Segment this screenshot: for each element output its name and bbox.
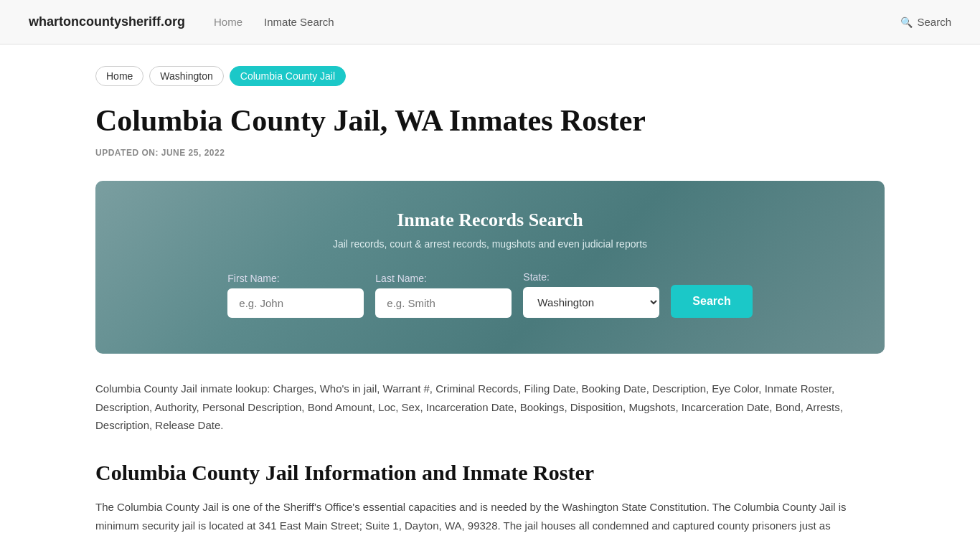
search-panel-subtitle: Jail records, court & arrest records, mu… — [131, 238, 849, 250]
navbar: whartoncountysheriff.org Home Inmate Sea… — [0, 0, 980, 44]
last-name-label: Last Name: — [375, 273, 427, 284]
body-text: Columbia County Jail inmate lookup: Char… — [95, 380, 885, 435]
navbar-brand[interactable]: whartoncountysheriff.org — [29, 14, 185, 29]
state-group: State: AlabamaAlaskaArizonaArkansasCalif… — [523, 271, 659, 318]
page-title: Columbia County Jail, WA Inmates Roster — [95, 103, 885, 138]
first-name-group: First Name: — [227, 273, 364, 318]
last-name-input[interactable] — [375, 288, 512, 318]
search-panel: Inmate Records Search Jail records, cour… — [95, 181, 885, 354]
nav-link-home[interactable]: Home — [214, 16, 242, 28]
section-text: The Columbia County Jail is one of the S… — [95, 498, 885, 536]
section-heading: Columbia County Jail Information and Inm… — [95, 461, 885, 485]
nav-link-inmate-search[interactable]: Inmate Search — [264, 16, 334, 28]
navbar-search[interactable]: 🔍 Search — [900, 16, 951, 28]
first-name-input[interactable] — [227, 288, 364, 318]
first-name-label: First Name: — [227, 273, 279, 284]
state-label: State: — [523, 271, 550, 283]
breadcrumb-columbia-county-jail[interactable]: Columbia County Jail — [230, 66, 346, 86]
search-icon: 🔍 — [900, 17, 913, 28]
search-fields: First Name: Last Name: State: AlabamaAla… — [131, 271, 849, 318]
main-container: Home Washington Columbia County Jail Col… — [67, 44, 913, 551]
breadcrumb: Home Washington Columbia County Jail — [95, 66, 885, 86]
state-select[interactable]: AlabamaAlaskaArizonaArkansasCaliforniaCo… — [523, 287, 659, 318]
updated-text: UPDATED ON: JUNE 25, 2022 — [95, 148, 885, 158]
navbar-search-label: Search — [917, 16, 951, 28]
navbar-links: Home Inmate Search — [214, 16, 872, 28]
breadcrumb-home[interactable]: Home — [95, 66, 143, 86]
search-button[interactable]: Search — [671, 285, 752, 318]
breadcrumb-washington[interactable]: Washington — [149, 66, 223, 86]
last-name-group: Last Name: — [375, 273, 512, 318]
search-panel-title: Inmate Records Search — [131, 209, 849, 231]
